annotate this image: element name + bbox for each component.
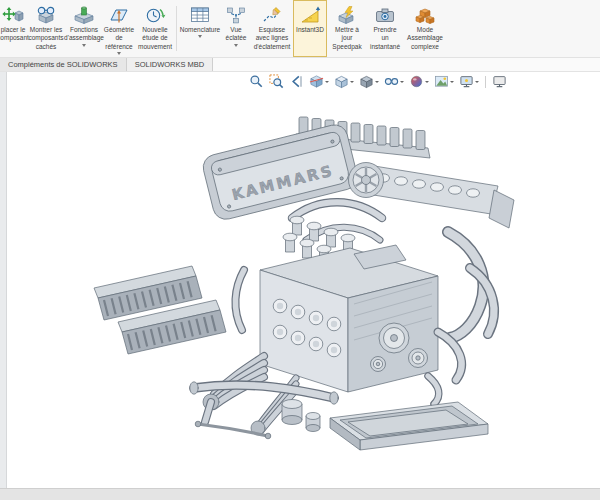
update-speedpak-icon: [336, 4, 358, 25]
cmd-label: Nouvelle étude de mouvement: [138, 26, 172, 51]
zoom-to-area-button[interactable]: [268, 73, 285, 90]
cmd-label: Mettre à jour Speedpak: [329, 26, 365, 51]
tab-solidworks-addins[interactable]: Compléments de SOLIDWORKS: [0, 58, 127, 71]
dropdown-caret-icon: [475, 81, 479, 83]
toolbar-separator: [176, 6, 177, 51]
apply-scene-button[interactable]: [433, 73, 455, 90]
dropdown-caret-icon: [450, 81, 454, 83]
toolbar-separator: [485, 76, 486, 88]
solidworks-window: placer le composant Montrer les composan…: [0, 0, 600, 500]
show-hidden-components-icon: [35, 4, 57, 25]
display-style-icon: [359, 74, 374, 89]
dropdown-caret-icon: [425, 81, 429, 83]
cmd-label: Montrer les composants cachés: [28, 26, 64, 51]
dropdown-caret-icon: [375, 81, 379, 83]
cmd-instant3d[interactable]: Instant3D: [293, 0, 327, 57]
commandmanager-tab-strip: Compléments de SOLIDWORKS SOLIDWORKS MBD: [0, 58, 600, 72]
zoom-to-fit-icon: [249, 74, 264, 89]
large-assembly-mode-icon: [414, 4, 436, 25]
pulley-wheel[interactable]: [349, 163, 384, 198]
cmd-update-speedpak[interactable]: Mettre à jour Speedpak: [327, 0, 367, 57]
downpipe[interactable]: [235, 270, 244, 330]
hide-show-items-button[interactable]: [383, 73, 405, 90]
cmd-bom[interactable]: Nomenclature: [179, 0, 221, 57]
dropdown-caret-icon: [117, 52, 121, 55]
valve-cover[interactable]: KAMMARS: [200, 122, 360, 222]
dropdown-caret-icon: [350, 81, 354, 83]
cmd-label: Vue éclatée: [223, 26, 249, 43]
cmd-label: Fonctions d'assemblage: [64, 26, 104, 43]
view-orientation-button[interactable]: [333, 73, 355, 90]
dropdown-caret-icon: [234, 44, 238, 47]
tab-solidworks-mbd[interactable]: SOLIDWORKS MBD: [127, 58, 214, 71]
zoom-to-fit-button[interactable]: [248, 73, 265, 90]
previous-view-icon: [289, 74, 304, 89]
screen-button[interactable]: [491, 73, 508, 90]
oil-pan[interactable]: [330, 402, 488, 450]
cmd-label: Mode Assemblage complexe: [405, 26, 445, 51]
cmd-label: Géométrie de référence: [104, 26, 134, 51]
view-settings-button[interactable]: [458, 73, 480, 90]
exploded-view-icon: [225, 4, 247, 25]
explode-line-sketch-icon: [261, 4, 283, 25]
cmd-label: Instant3D: [296, 26, 324, 34]
view-orientation-icon: [334, 74, 349, 89]
command-manager: placer le composant Montrer les composan…: [0, 0, 600, 58]
assembly-features-icon: [73, 4, 95, 25]
cmd-large-assembly-mode[interactable]: Mode Assemblage complexe: [403, 0, 447, 57]
engine-block[interactable]: [260, 245, 438, 392]
edit-appearance-button[interactable]: [408, 73, 430, 90]
cmd-reference-geometry[interactable]: Géométrie de référence: [102, 0, 136, 57]
cmd-label: Prendre un instantané: [369, 26, 401, 51]
cmd-move-component[interactable]: placer le composant: [0, 0, 26, 57]
cmd-label: Esquisse avec lignes d'éclatement: [253, 26, 291, 51]
dropdown-caret-icon: [82, 44, 86, 47]
screen-icon: [492, 74, 507, 89]
view-settings-icon: [459, 74, 474, 89]
cmd-show-hidden-components[interactable]: Montrer les composants cachés: [26, 0, 66, 57]
graphics-area[interactable]: KAMMARS: [0, 72, 600, 488]
status-bar: [0, 488, 600, 500]
instant3d-icon: [299, 4, 321, 25]
intake-piping[interactable]: [448, 232, 494, 338]
edit-appearance-icon: [409, 74, 424, 89]
dropdown-caret-icon: [198, 35, 202, 38]
zoom-to-area-icon: [269, 74, 284, 89]
cmd-label: placer le composant: [0, 26, 29, 43]
bom-table-icon: [189, 4, 211, 25]
motion-study-icon: [144, 4, 166, 25]
reference-geometry-icon: [108, 4, 130, 25]
display-style-button[interactable]: [358, 73, 380, 90]
apply-scene-icon: [434, 74, 449, 89]
cmd-assembly-features[interactable]: Fonctions d'assemblage: [66, 0, 102, 57]
snapshot-camera-icon: [374, 4, 396, 25]
move-component-icon: [2, 4, 24, 25]
filter-canisters[interactable]: [282, 400, 320, 432]
left-panel-edge: [0, 72, 7, 488]
hide-show-items-icon: [384, 74, 399, 89]
cmd-exploded-view[interactable]: Vue éclatée: [221, 0, 251, 57]
engine-exploded-view-model[interactable]: KAMMARS: [0, 72, 600, 488]
dropdown-caret-icon: [400, 81, 404, 83]
cooler-bars[interactable]: [94, 266, 226, 354]
section-view-icon: [309, 74, 324, 89]
heads-up-toolbar: [248, 73, 508, 90]
cmd-take-snapshot[interactable]: Prendre un instantané: [367, 0, 403, 57]
cmd-label: Nomenclature: [180, 26, 220, 34]
section-view-button[interactable]: [308, 73, 330, 90]
previous-view-button[interactable]: [288, 73, 305, 90]
dropdown-caret-icon: [325, 81, 329, 83]
cmd-motion-study[interactable]: Nouvelle étude de mouvement: [136, 0, 174, 57]
cmd-explode-line-sketch[interactable]: Esquisse avec lignes d'éclatement: [251, 0, 293, 57]
